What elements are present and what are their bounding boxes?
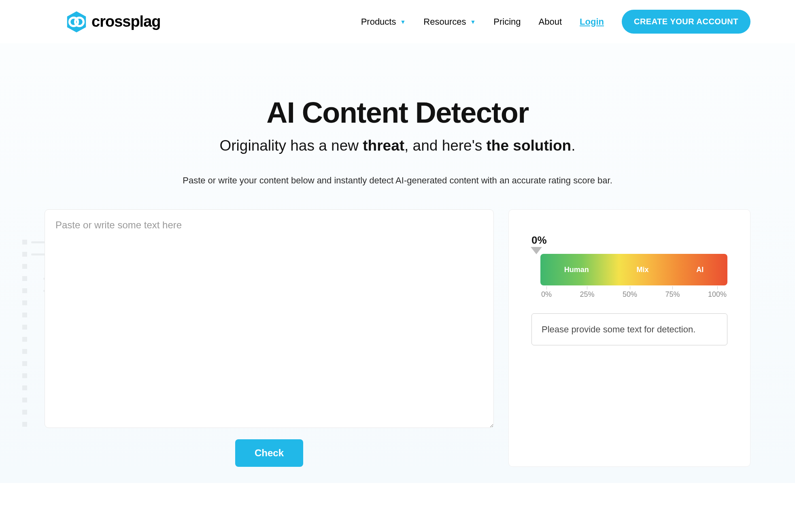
subtitle-bold-solution: the solution bbox=[487, 137, 572, 154]
page-subtitle: Originality has a new threat, and here's… bbox=[0, 137, 795, 154]
logo-icon bbox=[65, 10, 88, 34]
login-link[interactable]: Login bbox=[580, 17, 604, 27]
subtitle-suffix: . bbox=[571, 137, 575, 154]
create-account-button[interactable]: CREATE YOUR ACCOUNT bbox=[622, 10, 750, 34]
nav-resources[interactable]: Resources ▼ bbox=[423, 17, 476, 27]
result-panel: 0% Human Mix AI 0% 25% 50% 75% 100% Plea… bbox=[508, 209, 750, 467]
page-title: AI Content Detector bbox=[0, 96, 795, 129]
hero: AI Content Detector Originality has a ne… bbox=[0, 43, 795, 483]
nav-pricing-label: Pricing bbox=[493, 17, 521, 27]
ticks: 0% 25% 50% 75% 100% bbox=[540, 290, 727, 299]
nav: Products ▼ Resources ▼ Pricing About Log… bbox=[361, 10, 750, 34]
content-area: Check 0% Human Mix AI 0% 25% 50% 75% 100… bbox=[0, 209, 795, 467]
bar-label-human: Human bbox=[564, 266, 589, 274]
tick-25: 25% bbox=[580, 290, 594, 299]
caret-down-icon: ▼ bbox=[400, 19, 406, 25]
tick-0: 0% bbox=[541, 290, 552, 299]
header: crossplag Products ▼ Resources ▼ Pricing… bbox=[0, 0, 795, 43]
check-button[interactable]: Check bbox=[235, 439, 303, 467]
score-marker-icon bbox=[531, 247, 542, 254]
textarea-container: Check bbox=[45, 209, 494, 467]
score-gradient-bar: Human Mix AI bbox=[540, 254, 727, 285]
subtitle-prefix: Originality has a new bbox=[220, 137, 363, 154]
nav-resources-label: Resources bbox=[423, 17, 466, 27]
caret-down-icon: ▼ bbox=[470, 19, 476, 25]
nav-about-label: About bbox=[539, 17, 562, 27]
result-message: Please provide some text for detection. bbox=[531, 313, 727, 345]
nav-products-label: Products bbox=[361, 17, 396, 27]
score-value: 0% bbox=[531, 234, 727, 247]
tick-100: 100% bbox=[708, 290, 727, 299]
logo-text: crossplag bbox=[91, 13, 161, 30]
content-input[interactable] bbox=[45, 209, 494, 428]
nav-about[interactable]: About bbox=[539, 17, 562, 27]
subtitle-bold-threat: threat bbox=[363, 137, 404, 154]
logo[interactable]: crossplag bbox=[65, 10, 161, 34]
bar-label-ai: AI bbox=[696, 266, 704, 274]
tick-50: 50% bbox=[623, 290, 637, 299]
subtitle-mid: , and here's bbox=[404, 137, 486, 154]
nav-products[interactable]: Products ▼ bbox=[361, 17, 406, 27]
score-section: 0% Human Mix AI 0% 25% 50% 75% 100% bbox=[531, 234, 727, 299]
tick-75: 75% bbox=[665, 290, 680, 299]
page-description: Paste or write your content below and in… bbox=[0, 175, 795, 186]
nav-pricing[interactable]: Pricing bbox=[493, 17, 521, 27]
bar-label-mix: Mix bbox=[637, 266, 649, 274]
